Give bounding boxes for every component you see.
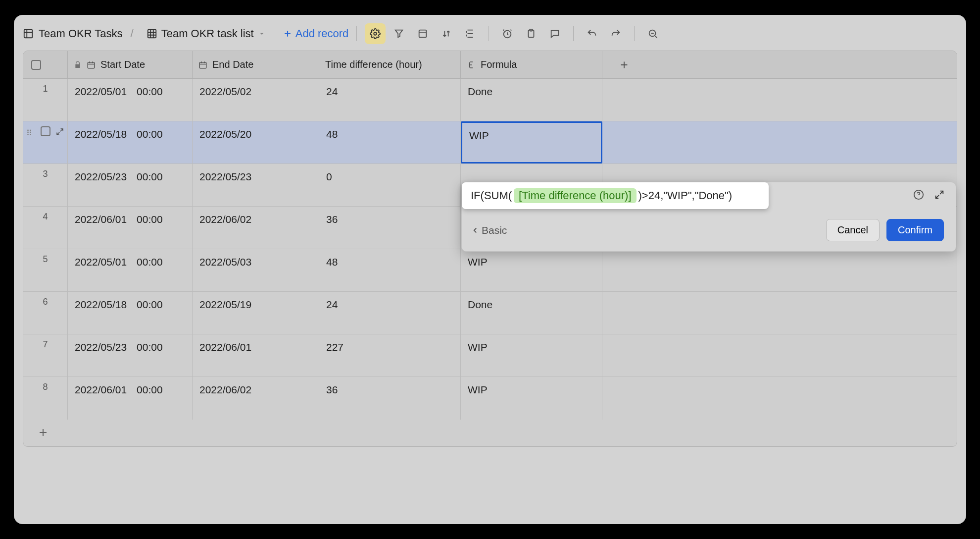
row-number: 5 [23,249,68,291]
cell-diff[interactable]: 24 [319,79,461,121]
column-label: Time difference (hour) [325,59,422,70]
add-record-button[interactable]: Add record [283,27,349,40]
row-number: 3 [23,164,68,206]
header-rownum [23,51,68,78]
cell-end[interactable]: 2022/05/23 [193,164,319,206]
row-number: ⠿ [23,121,68,163]
add-column-button[interactable] [602,51,646,78]
column-header-formula[interactable]: Formula [461,51,602,78]
cancel-button[interactable]: Cancel [826,219,880,241]
search-button[interactable] [642,23,663,44]
cell-diff[interactable]: 36 [319,377,461,420]
row-checkbox[interactable] [41,126,50,136]
cell-diff[interactable]: 36 [319,207,461,249]
filter-button[interactable] [389,23,409,44]
cell-end[interactable]: 2022/05/03 [193,249,319,291]
column-label: Start Date [100,59,145,70]
cell-start[interactable]: 2022/05/2300:00 [68,164,193,206]
cell-empty [602,377,646,420]
cell-diff[interactable]: 0 [319,164,461,206]
table-row[interactable]: 1 2022/05/0100:00 2022/05/02 24 Done [23,79,957,121]
cell-formula-selected[interactable]: WIP [461,121,602,163]
sort-button[interactable] [436,23,457,44]
row-height-button[interactable] [460,23,481,44]
cell-end[interactable]: 2022/06/02 [193,207,319,249]
cell-empty [602,249,646,291]
cell-empty [602,121,646,163]
cell-start[interactable]: 2022/05/0100:00 [68,249,193,291]
formula-field-chip[interactable]: [Time difference (hour)] [514,188,636,203]
svg-rect-3 [419,30,427,38]
help-icon[interactable] [913,189,924,200]
cell-formula[interactable]: WIP [461,249,602,291]
cell-empty [602,334,646,377]
cell-start[interactable]: 2022/05/1800:00 [68,292,193,334]
cell-formula[interactable]: WIP [461,377,602,420]
cell-end[interactable]: 2022/05/19 [193,292,319,334]
add-row-button[interactable] [37,427,49,438]
formula-icon [467,60,476,69]
expand-icon[interactable] [55,127,64,136]
clipboard-button[interactable] [521,23,541,44]
row-number: 1 [23,79,68,121]
view-select[interactable]: Team OKR task list [142,25,271,42]
cell-end[interactable]: 2022/06/02 [193,377,319,420]
grid-header: Start Date End Date Time difference (hou… [23,51,957,79]
workspace-name[interactable]: Team OKR Tasks [39,27,123,40]
cell-start[interactable]: 2022/05/1800:00 [68,121,193,163]
add-record-label: Add record [295,27,349,40]
cell-diff[interactable]: 48 [319,249,461,291]
date-icon [87,60,96,69]
toolbar: Team OKR Tasks / Team OKR task list Add … [14,15,966,51]
column-label: End Date [212,59,253,70]
drag-handle-icon[interactable]: ⠿ [26,128,32,138]
chevron-left-icon [471,226,480,235]
formula-editor-popover: IF(SUM( [Time difference (hour)] )>24,"W… [461,182,956,252]
cell-start[interactable]: 2022/05/2300:00 [68,334,193,377]
breadcrumb: Team OKR Tasks / Team OKR task list [23,25,271,42]
comment-button[interactable] [544,23,565,44]
cell-end[interactable]: 2022/06/01 [193,334,319,377]
cell-formula[interactable]: Done [461,79,602,121]
lock-icon [74,61,82,69]
cell-diff[interactable]: 24 [319,292,461,334]
confirm-button[interactable]: Confirm [886,219,944,241]
table-row[interactable]: 7 2022/05/2300:00 2022/06/01 227 WIP [23,334,957,377]
reminder-button[interactable] [497,23,518,44]
view-name: Team OKR task list [161,27,254,40]
table-row[interactable]: 8 2022/06/0100:00 2022/06/02 36 WIP [23,377,957,420]
column-header-end[interactable]: End Date [193,51,319,78]
column-header-diff[interactable]: Time difference (hour) [319,51,461,78]
cell-diff[interactable]: 48 [319,121,461,163]
row-number: 7 [23,334,68,377]
formula-input[interactable]: IF(SUM( [Time difference (hour)] )>24,"W… [462,182,769,209]
basic-label: Basic [482,224,507,236]
table-row[interactable]: ⠿ 2022/05/1800:00 2022/05/20 48 WIP [23,121,957,164]
undo-button[interactable] [582,23,602,44]
svg-point-2 [374,32,377,35]
row-number: 4 [23,207,68,249]
cell-start[interactable]: 2022/05/0100:00 [68,79,193,121]
expand-icon[interactable] [934,189,945,200]
cell-end[interactable]: 2022/05/02 [193,79,319,121]
basic-mode-button[interactable]: Basic [471,224,507,236]
formula-text-prefix: IF(SUM( [471,189,512,202]
field-settings-button[interactable] [365,23,386,44]
cell-start[interactable]: 2022/06/0100:00 [68,207,193,249]
table-row[interactable]: 6 2022/05/1800:00 2022/05/19 24 Done [23,292,957,334]
formula-text-suffix: )>24,"WIP","Done") [638,189,733,202]
grid-icon [147,28,157,39]
redo-button[interactable] [605,23,626,44]
cell-start[interactable]: 2022/06/0100:00 [68,377,193,420]
cell-end[interactable]: 2022/05/20 [193,121,319,163]
chevron-down-icon [258,30,266,38]
date-icon [198,60,207,69]
select-all-checkbox[interactable] [31,60,41,70]
group-button[interactable] [412,23,433,44]
table-row[interactable]: 5 2022/05/0100:00 2022/05/03 48 WIP [23,249,957,292]
column-header-start[interactable]: Start Date [68,51,193,78]
cell-diff[interactable]: 227 [319,334,461,377]
column-label: Formula [481,59,517,70]
cell-formula[interactable]: Done [461,292,602,334]
cell-formula[interactable]: WIP [461,334,602,377]
